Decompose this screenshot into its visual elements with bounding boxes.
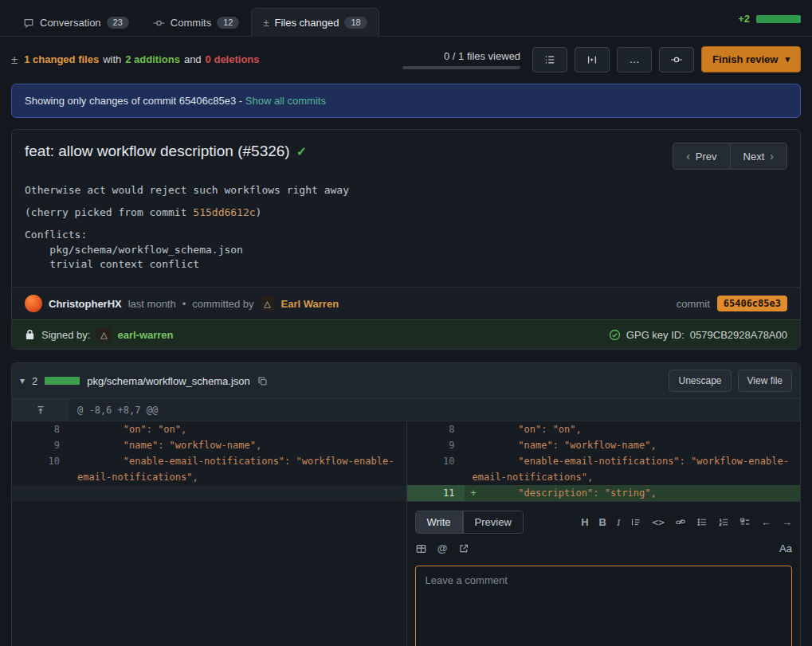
editor-top-row: Write Preview H B I <> — [415, 511, 793, 534]
code-line: "on": "on", — [465, 421, 801, 437]
author-avatar[interactable] — [25, 295, 42, 312]
more-options-button[interactable]: … — [617, 47, 652, 72]
ellipsis-icon: … — [629, 53, 639, 65]
author-name[interactable]: ChristopherHX — [49, 298, 122, 310]
diff-line-new-10: 10 "enable-email-notifications": "workfl… — [407, 453, 801, 485]
comment-input[interactable] — [415, 566, 793, 646]
code-line: "enable-email-notifications": "workflow-… — [465, 453, 801, 485]
diff-left-empty-area — [12, 501, 406, 646]
tab-commits-label: Commits — [171, 17, 211, 29]
commit-icon — [670, 54, 683, 65]
conflicts-block: Conflicts: pkg/schema/workflow_schema.js… — [25, 228, 787, 273]
quote-icon[interactable] — [630, 517, 641, 527]
committer-name[interactable]: Earl Warren — [281, 298, 339, 310]
code-line: + "description": "string", — [465, 485, 801, 501]
chevron-right-icon: › — [770, 150, 774, 162]
empty-diff-placeholder — [12, 485, 406, 501]
finish-review-button[interactable]: Finish review ▾ — [701, 46, 801, 72]
commit-label: commit — [677, 298, 710, 310]
commit-select-button[interactable] — [659, 47, 694, 72]
arrow-left-icon[interactable]: ← — [761, 517, 771, 527]
split-diff: 8 "on": "on", 9 "name": "workflow-name",… — [12, 421, 800, 646]
pr-files-changed-page: Conversation 23 Commits 12 ± Files chang… — [0, 0, 812, 646]
tab-files-changed[interactable]: ± Files changed 18 — [251, 8, 379, 37]
committed-by-label: committed by — [192, 298, 253, 310]
files-viewed-text: 0 / 1 files viewed — [444, 50, 520, 62]
files-viewed-indicator: 0 / 1 files viewed — [402, 50, 520, 69]
files-viewed-progress-bar — [402, 66, 520, 69]
mention-icon[interactable]: @ — [437, 543, 448, 554]
italic-icon[interactable]: I — [617, 517, 620, 527]
unordered-list-icon[interactable] — [696, 517, 708, 527]
summary-with: with — [103, 53, 121, 65]
ordered-list-icon[interactable] — [718, 517, 729, 527]
commit-time: last month — [128, 298, 176, 310]
link-icon[interactable] — [675, 517, 686, 527]
caret-down-icon: ▾ — [785, 54, 790, 65]
expand-up-icon — [35, 405, 46, 416]
collapse-file-icon[interactable]: ▾ — [20, 375, 25, 386]
write-tab[interactable]: Write — [416, 511, 463, 533]
tab-conversation[interactable]: Conversation 23 — [11, 8, 141, 37]
changed-files-count[interactable]: 1 changed files — [24, 53, 99, 65]
show-all-commits-link[interactable]: Show all commits — [245, 95, 326, 107]
view-file-button[interactable]: View file — [738, 370, 792, 392]
commit-message-body: Otherwise act would reject such workflow… — [12, 173, 800, 287]
committer-avatar[interactable]: △ — [261, 296, 275, 311]
diff-view-options-button[interactable] — [575, 47, 610, 72]
line-number[interactable]: 8 — [407, 421, 465, 437]
diff-icon: ± — [263, 17, 269, 29]
deletions-text: 0 deletions — [206, 53, 260, 65]
code-line: "enable-email-notifications": "workflow-… — [69, 453, 406, 485]
code-line: "name": "workflow-name", — [465, 437, 801, 453]
diff-line-new-11-added: 11 + "description": "string", — [407, 485, 801, 501]
line-number[interactable]: 9 — [12, 437, 69, 453]
next-commit-button[interactable]: Next › — [730, 143, 787, 169]
chevron-left-icon: ‹ — [686, 150, 690, 162]
table-icon[interactable] — [415, 543, 427, 554]
commit-meta-row: ChristopherHX last month • committed by … — [12, 287, 800, 319]
cross-reference-icon[interactable] — [458, 543, 469, 554]
cherry-pick-hash-link[interactable]: 515dd6612c — [193, 206, 255, 218]
commit-detail-panel: feat: allow workflow description (#5326)… — [11, 129, 801, 350]
tab-commits[interactable]: Commits 12 — [141, 8, 252, 37]
preview-tab[interactable]: Preview — [463, 511, 523, 533]
line-number[interactable]: 11 — [407, 485, 465, 501]
additions-text: 2 additions — [125, 53, 180, 65]
copy-path-icon[interactable] — [257, 376, 268, 386]
signer-avatar[interactable]: △ — [96, 327, 111, 342]
diff-line-old-10: 10 "enable-email-notifications": "workfl… — [12, 453, 406, 485]
arrow-right-icon[interactable]: → — [782, 517, 792, 527]
line-number[interactable]: 10 — [407, 453, 465, 485]
file-actions: Unescape View file — [669, 370, 792, 392]
line-number[interactable]: 10 — [12, 453, 69, 485]
bold-icon[interactable]: B — [599, 517, 606, 527]
additions-count: +2 — [738, 13, 750, 25]
prev-commit-button[interactable]: ‹ Prev — [673, 143, 729, 169]
unescape-button[interactable]: Unescape — [669, 370, 731, 392]
cherry-pick-suffix: ) — [256, 206, 262, 218]
pr-tab-bar: Conversation 23 Commits 12 ± Files chang… — [0, 0, 812, 37]
heading-icon[interactable]: H — [581, 517, 588, 527]
diff-old-column: 8 "on": "on", 9 "name": "workflow-name",… — [12, 421, 406, 646]
editor-mode-tabs: Write Preview — [415, 511, 524, 534]
font-mode-toggle[interactable]: Aa — [779, 542, 792, 554]
conversation-count-badge: 23 — [107, 17, 129, 29]
hunk-header-text: @ -8,6 +8,7 @@ — [69, 399, 158, 421]
task-list-icon[interactable] — [739, 517, 751, 527]
signed-by-label: Signed by: — [41, 329, 90, 341]
file-name[interactable]: pkg/schema/workflow_schema.json — [87, 375, 249, 387]
global-diff-stat: +2 — [738, 13, 801, 36]
commit-title: feat: allow workflow description (#5326)… — [25, 143, 307, 160]
ci-success-icon[interactable]: ✓ — [296, 144, 307, 159]
file-tree-toggle-button[interactable] — [532, 47, 567, 72]
code-line: "name": "workflow-name", — [69, 437, 406, 453]
commit-hash-badge[interactable]: 65406c85e3 — [717, 296, 787, 311]
code-icon[interactable]: <> — [652, 517, 665, 527]
hunk-header-row: @ -8,6 +8,7 @@ — [12, 399, 800, 421]
signer-name[interactable]: earl-warren — [117, 329, 173, 341]
line-number[interactable]: 9 — [407, 437, 465, 453]
line-number[interactable]: 8 — [12, 421, 69, 437]
gpg-key-group: GPG key ID: 0579CB2928A78A00 — [609, 329, 787, 341]
expand-hunk-button[interactable] — [12, 399, 69, 421]
